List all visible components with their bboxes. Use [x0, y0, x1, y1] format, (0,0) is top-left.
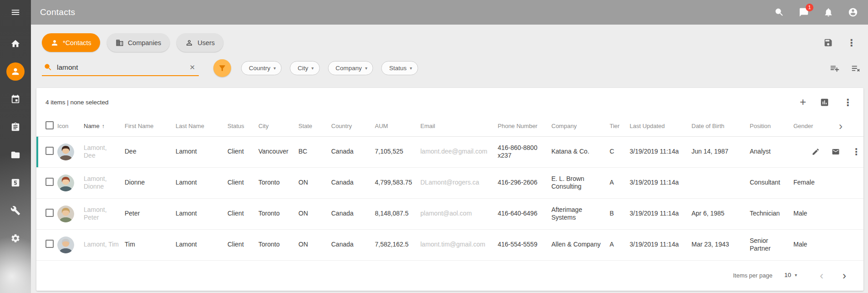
cell-date-of-birth: Mar 23, 1943 [691, 229, 750, 260]
column-position[interactable]: Position [750, 116, 793, 136]
column-aum[interactable]: AUM [375, 116, 420, 136]
email-envelope-icon[interactable] [832, 148, 840, 156]
table-row[interactable]: Lamont, Dee Dee Lamont Client Vancouver … [36, 136, 863, 167]
select-all-checkbox[interactable] [45, 121, 54, 129]
calendar-icon[interactable] [6, 90, 25, 108]
add-contact-icon[interactable]: + [800, 97, 806, 108]
cell-city: Toronto [258, 167, 298, 198]
column-state[interactable]: State [298, 116, 331, 136]
column-gender[interactable]: Gender [793, 116, 839, 136]
cell-email: lamont.dee@gmail.com [420, 136, 498, 167]
search-icon[interactable] [773, 6, 785, 18]
clear-filters-icon[interactable] [851, 63, 861, 73]
tasks-icon[interactable] [6, 118, 25, 136]
chart-view-icon[interactable] [820, 98, 829, 107]
table-header-row: Icon Name↑ First Name Last Name Status C… [36, 116, 863, 136]
notification-badge: 1 [806, 4, 813, 11]
folder-icon[interactable] [6, 146, 25, 164]
cell-position: Senior Partner [750, 229, 793, 260]
cell-tier: C [610, 136, 630, 167]
cell-company: Katana & Co. [551, 136, 610, 167]
row-checkbox[interactable] [45, 209, 54, 217]
cell-date-of-birth [691, 167, 750, 198]
table-row[interactable]: Lamont, Dionne Dionne Lamont Client Toro… [36, 167, 863, 198]
row-checkbox[interactable] [45, 240, 54, 248]
cell-first-name: Peter [125, 198, 176, 229]
cell-country: Canada [331, 229, 375, 260]
cell-date-of-birth: Jun 14, 1987 [691, 136, 750, 167]
person-icon [50, 39, 59, 47]
cell-city: Toronto [258, 198, 298, 229]
card-kebab-icon[interactable]: ⋮ [843, 98, 853, 107]
next-page-button[interactable]: › [840, 270, 849, 281]
column-first-name[interactable]: First Name [125, 116, 176, 136]
items-per-page-select[interactable]: 10 ▾ [784, 272, 797, 279]
results-card: 4 items | none selected + ⋮ Icon [36, 88, 863, 291]
cell-aum: 7,105,525 [375, 136, 420, 167]
more-columns-chevron-icon[interactable]: › [839, 120, 843, 132]
column-name[interactable]: Name↑ [84, 116, 125, 136]
messages-icon[interactable]: 1 [798, 6, 810, 18]
country-filter-dropdown[interactable]: Country▾ [241, 61, 282, 75]
column-email[interactable]: Email [420, 116, 498, 136]
table-row[interactable]: Lamont, Peter Peter Lamont Client Toront… [36, 198, 863, 229]
hamburger-menu-icon[interactable] [0, 0, 31, 25]
cell-city: Toronto [258, 229, 298, 260]
cell-position: Analyst [750, 136, 793, 167]
city-filter-dropdown[interactable]: City▾ [290, 61, 319, 75]
row-checkbox[interactable] [45, 147, 54, 155]
cell-status: Client [227, 136, 258, 167]
add-filter-icon[interactable] [830, 63, 840, 73]
cell-gender: Male [793, 198, 839, 229]
home-icon[interactable] [6, 35, 25, 53]
contacts-table: Icon Name↑ First Name Last Name Status C… [36, 116, 863, 261]
column-icon[interactable]: Icon [57, 116, 84, 136]
column-tier[interactable]: Tier [610, 116, 630, 136]
table-row[interactable]: Lamont, Tim Tim Lamont Client Toronto ON… [36, 229, 863, 260]
account-icon[interactable] [847, 6, 859, 18]
tab-companies[interactable]: Companies [107, 33, 170, 52]
tab-contacts[interactable]: *Contacts [42, 33, 100, 52]
column-last-updated[interactable]: Last Updated [630, 116, 691, 136]
row-kebab-icon[interactable]: ⋮ [852, 147, 861, 156]
clear-search-icon[interactable]: ✕ [188, 63, 196, 72]
filter-row: ✕ Country▾ City▾ Company▾ Status▾ [42, 59, 861, 77]
row-checkbox[interactable] [45, 178, 54, 186]
contacts-nav-icon[interactable] [6, 62, 25, 81]
status-filter-dropdown[interactable]: Status▾ [381, 61, 418, 75]
cell-status: Client [227, 167, 258, 198]
search-input[interactable] [57, 63, 184, 72]
cell-gender: Male [793, 229, 839, 260]
notifications-bell-icon[interactable] [823, 6, 834, 18]
pagination: Items per page 10 ▾ ‹ › [36, 260, 863, 291]
tab-users[interactable]: Users [177, 33, 223, 52]
column-company[interactable]: Company [551, 116, 610, 136]
column-date-of-birth[interactable]: Date of Birth [691, 116, 750, 136]
cell-state: BC [298, 136, 331, 167]
filter-funnel-button[interactable] [213, 59, 231, 77]
avatar [57, 144, 74, 160]
cell-status: Client [227, 198, 258, 229]
cell-first-name: Dee [125, 136, 176, 167]
previous-page-button[interactable]: ‹ [817, 270, 826, 281]
caret-down-icon: ▾ [410, 66, 412, 71]
column-city[interactable]: City [258, 116, 298, 136]
cell-last-updated: 3/19/2019 11:14a [630, 198, 691, 229]
wrench-icon[interactable] [6, 201, 25, 220]
cell-aum: 8,148,087.5 [375, 198, 420, 229]
column-phone[interactable]: Phone Number [498, 116, 551, 136]
filter-5-icon[interactable] [6, 174, 25, 192]
edit-pencil-icon[interactable] [812, 148, 820, 156]
cell-email: lamont.tim@gmail.com [420, 229, 498, 260]
column-last-name[interactable]: Last Name [176, 116, 227, 136]
column-country[interactable]: Country [331, 116, 375, 136]
cell-tier: A [610, 229, 630, 260]
company-filter-dropdown[interactable]: Company▾ [328, 61, 373, 75]
topbar-actions: 1 [773, 6, 859, 18]
cell-last-name: Lamont [176, 167, 227, 198]
toolbar-kebab-icon[interactable]: ⋮ [847, 38, 856, 47]
settings-gear-icon[interactable] [6, 229, 25, 247]
save-icon[interactable] [823, 38, 833, 47]
cell-aum: 4,799,583.75 [375, 167, 420, 198]
column-status[interactable]: Status [227, 116, 258, 136]
